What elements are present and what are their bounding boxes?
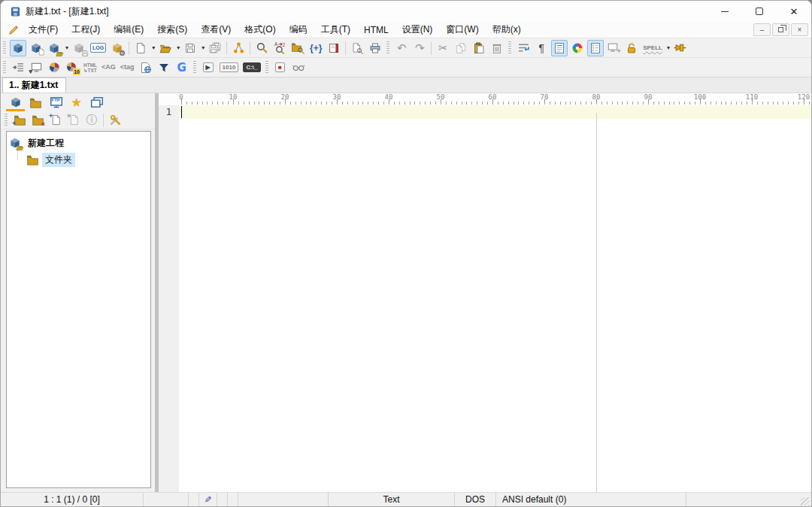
editor-pane[interactable]: 0102030405060708090100110120 1 xyxy=(159,93,811,492)
open-file-button[interactable] xyxy=(157,40,174,56)
remove-folder-button[interactable]: × xyxy=(29,112,46,129)
delete-button[interactable] xyxy=(489,40,505,56)
menu-window[interactable]: 窗口(W) xyxy=(439,22,485,38)
menu-help[interactable]: 帮助(x) xyxy=(486,22,528,38)
new-file-dropdown[interactable]: ▾ xyxy=(150,44,156,51)
pie-chart-base10-button[interactable]: 10 xyxy=(64,59,80,76)
remove-file-button[interactable]: × xyxy=(65,112,82,129)
save-file-dropdown[interactable]: ▾ xyxy=(200,44,206,51)
tab-directory-panel[interactable] xyxy=(26,94,46,111)
show-whitespace-button[interactable] xyxy=(551,40,568,56)
menu-project[interactable]: 工程(J) xyxy=(65,22,107,38)
find-button[interactable] xyxy=(253,40,270,56)
menu-search[interactable]: 搜索(S) xyxy=(150,22,194,38)
mdi-minimize-button[interactable]: – xyxy=(753,23,771,36)
text-area[interactable] xyxy=(179,105,811,492)
status-encoding[interactable]: ANSI default (0) xyxy=(496,493,686,506)
menu-file[interactable]: 文件(F) xyxy=(22,22,65,38)
filter-button[interactable] xyxy=(156,59,172,76)
find-in-files-button[interactable] xyxy=(289,40,306,56)
google-search-button[interactable]: G xyxy=(174,59,190,76)
tab-favorites-panel[interactable]: ★ xyxy=(66,94,86,111)
mdi-close-button[interactable]: × xyxy=(791,23,808,36)
print-button[interactable] xyxy=(367,40,383,56)
code-area[interactable]: 1 xyxy=(159,105,811,492)
project-settings-button[interactable]: ⚙ xyxy=(109,40,126,56)
paste-button[interactable] xyxy=(471,40,487,56)
open-console-button[interactable]: C:\_ xyxy=(241,59,262,76)
hex-view-button[interactable]: 1010 xyxy=(218,59,241,76)
menu-bar: 文件(F) 工程(J) 编辑(E) 搜索(S) 查看(V) 格式(O) 编码 工… xyxy=(1,22,811,38)
maximize-button[interactable] xyxy=(742,1,777,22)
save-all-button[interactable] xyxy=(207,40,223,56)
undo-button[interactable]: ↶ xyxy=(393,40,410,56)
reading-mode-button[interactable] xyxy=(290,59,307,76)
print-preview-button[interactable] xyxy=(349,40,365,56)
show-paragraph-button[interactable]: ¶ xyxy=(533,40,550,56)
spell-check-dropdown[interactable]: ▾ xyxy=(665,44,671,51)
auto-indent-button[interactable] xyxy=(10,59,26,76)
resize-grip-icon[interactable] xyxy=(801,497,810,506)
project-info-button[interactable]: ⓘ xyxy=(83,112,100,129)
tab-ftp-panel[interactable]: FTP xyxy=(46,94,66,111)
menu-encoding[interactable]: 编码 xyxy=(283,22,314,38)
html-to-text-button[interactable]: HTML↳TXT xyxy=(82,59,98,76)
status-line-ending[interactable]: DOS xyxy=(455,493,496,506)
copy-button[interactable] xyxy=(453,40,469,56)
open-project-dropdown[interactable]: ▾ xyxy=(64,44,70,51)
add-file-button[interactable]: + xyxy=(47,112,64,129)
insert-tag-button[interactable]: <tag xyxy=(119,59,136,76)
clone-view-button[interactable]: + xyxy=(605,40,622,56)
new-file-button[interactable] xyxy=(132,40,149,56)
document-tab-active[interactable]: 1.. 新建1.txt xyxy=(2,77,66,93)
word-wrap-button[interactable] xyxy=(515,40,532,56)
mdi-restore-button[interactable] xyxy=(772,23,789,36)
toolbar-gripper[interactable] xyxy=(508,41,511,55)
lock-file-button[interactable] xyxy=(623,40,640,56)
new-project-button[interactable] xyxy=(10,40,26,56)
line-numbers-button[interactable] xyxy=(587,40,604,56)
tab-project-panel[interactable] xyxy=(5,94,26,111)
menu-tools[interactable]: 工具(T) xyxy=(314,22,357,38)
spell-check-button[interactable]: SPELL xyxy=(641,40,664,56)
syntax-highlight-button[interactable] xyxy=(569,40,586,56)
cut-button[interactable]: ✂ xyxy=(435,40,451,56)
typeset-button[interactable]: ▾ xyxy=(28,59,44,76)
tree-item-project[interactable]: 新建工程 xyxy=(8,135,149,151)
menu-format[interactable]: 格式(O) xyxy=(238,22,282,38)
pie-chart-button[interactable] xyxy=(46,59,62,76)
redo-button[interactable]: ↷ xyxy=(411,40,428,56)
view-in-browser-button[interactable] xyxy=(138,59,154,76)
close-button[interactable]: ✕ xyxy=(777,1,811,22)
tab-windows-panel[interactable] xyxy=(86,94,107,111)
toolbar-gripper[interactable] xyxy=(265,61,268,74)
goto-button[interactable]: {+} xyxy=(308,40,324,56)
add-folder-button[interactable]: + xyxy=(11,112,28,129)
toolbar-gripper[interactable] xyxy=(193,61,196,74)
toolbar-gripper[interactable] xyxy=(386,41,389,55)
replace-button[interactable] xyxy=(271,40,288,56)
open-file-dropdown[interactable]: ▾ xyxy=(175,44,181,51)
menu-settings[interactable]: 设置(N) xyxy=(395,22,440,38)
strip-tags-button[interactable]: <AG xyxy=(100,59,117,76)
run-script-button[interactable]: ▶ xyxy=(200,59,217,76)
minimize-button[interactable] xyxy=(707,1,742,22)
bookmark-list-button[interactable] xyxy=(326,40,342,56)
function-list-button[interactable] xyxy=(230,40,247,56)
status-doc-type[interactable]: Text xyxy=(329,493,455,506)
menu-edit[interactable]: 编辑(E) xyxy=(107,22,150,38)
toolbar-gripper[interactable] xyxy=(5,114,8,127)
save-project-button[interactable] xyxy=(71,40,87,56)
save-file-button[interactable] xyxy=(182,40,198,56)
open-project-button[interactable] xyxy=(46,40,62,56)
tree-item-folder[interactable]: 文件夹 xyxy=(26,151,149,168)
toolbar-gripper[interactable] xyxy=(3,41,6,55)
pin-tab-button[interactable] xyxy=(672,40,689,56)
add-file-to-project-button[interactable] xyxy=(28,40,44,56)
project-log-button[interactable]: LOG xyxy=(89,40,108,56)
menu-view[interactable]: 查看(V) xyxy=(194,22,238,38)
menu-html[interactable]: HTML xyxy=(357,23,395,37)
toolbar-gripper[interactable] xyxy=(3,61,6,74)
record-macro-button[interactable]: ■ xyxy=(272,59,289,76)
project-tools-button[interactable] xyxy=(107,112,123,129)
